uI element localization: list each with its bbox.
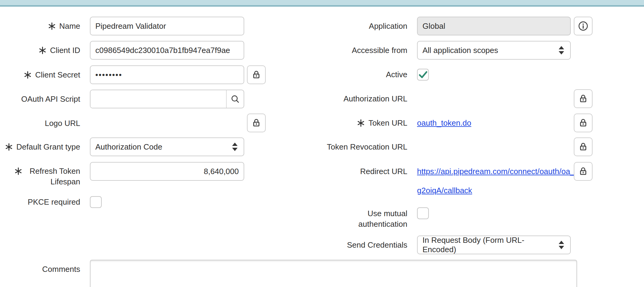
refresh-token-lifespan-label: Refresh Token Lifespan xyxy=(3,162,80,187)
logo-url-label-text: Logo URL xyxy=(45,118,80,129)
lock-icon xyxy=(578,94,588,104)
refresh-token-lifespan-label-text: Refresh Token Lifespan xyxy=(26,166,80,187)
accessible-from-selected-value: All application scopes xyxy=(422,46,498,55)
application-input xyxy=(417,17,571,35)
lock-icon xyxy=(578,118,588,128)
oauth-api-script-field[interactable] xyxy=(90,90,244,108)
accessible-from-select[interactable]: All application scopes xyxy=(417,41,571,60)
name-label-text: Name xyxy=(59,21,80,31)
accessible-from-label-text: Accessible from xyxy=(352,45,408,56)
use-mutual-authentication-checkbox[interactable] xyxy=(417,207,429,219)
comments-textarea[interactable] xyxy=(90,260,577,287)
redirect-url-label-text: Redirect URL xyxy=(360,166,407,177)
token-revocation-url-label-text: Token Revocation URL xyxy=(327,142,407,152)
application-label: Application xyxy=(315,17,407,35)
client-secret-label-text: Client Secret xyxy=(35,70,80,80)
oauth-api-script-input[interactable] xyxy=(90,90,226,108)
application-label-text: Application xyxy=(369,21,407,31)
client-secret-input[interactable] xyxy=(90,65,244,84)
token-revocation-url-lock-button[interactable] xyxy=(574,137,593,156)
required-asterisk-icon xyxy=(38,45,47,56)
comments-label-text: Comments xyxy=(42,264,80,275)
use-mutual-authentication-label: Use mutual authentication xyxy=(315,207,407,229)
authorization-url-label-text: Authorization URL xyxy=(343,94,407,104)
name-label: Name xyxy=(3,17,80,35)
token-url-lock-button[interactable] xyxy=(574,114,593,132)
use-mutual-authentication-label-text: Use mutual authentication xyxy=(347,208,407,229)
redirect-url-label: Redirect URL xyxy=(315,162,407,181)
required-asterisk-icon xyxy=(5,142,13,152)
lock-icon xyxy=(578,142,588,152)
select-arrows-icon xyxy=(559,46,564,54)
oauth-api-script-label: OAuth API Script xyxy=(3,90,80,108)
required-asterisk-icon xyxy=(357,118,365,128)
token-revocation-url-label: Token Revocation URL xyxy=(315,137,407,156)
send-credentials-selected-value: In Request Body (Form URL-Encoded) xyxy=(422,236,553,254)
search-icon xyxy=(230,94,240,104)
section-header-bar xyxy=(0,0,644,7)
active-label-text: Active xyxy=(386,69,407,80)
send-credentials-label-text: Send Credentials xyxy=(347,240,407,250)
redirect-url-line2: g2oiqA/callback xyxy=(417,181,573,200)
send-credentials-label: Send Credentials xyxy=(315,236,407,254)
authorization-url-label: Authorization URL xyxy=(315,89,407,108)
info-icon xyxy=(578,21,589,31)
reference-lookup-button[interactable] xyxy=(226,90,244,108)
lock-icon xyxy=(251,70,261,80)
token-url-label: Token URL xyxy=(315,114,407,132)
redirect-url-line1: https://api.pipedream.com/connect/oauth/… xyxy=(417,162,573,181)
active-checkbox[interactable] xyxy=(417,69,429,81)
token-url-label-text: Token URL xyxy=(368,118,407,128)
client-id-label: Client ID xyxy=(3,41,80,60)
authorization-url-lock-button[interactable] xyxy=(574,89,593,108)
pkce-required-checkbox[interactable] xyxy=(90,196,102,208)
comments-label: Comments xyxy=(3,260,80,279)
select-arrows-icon xyxy=(559,241,564,249)
pkce-required-label-text: PKCE required xyxy=(28,197,80,207)
lock-icon xyxy=(251,118,261,128)
pkce-required-label: PKCE required xyxy=(3,196,80,208)
client-id-input[interactable] xyxy=(90,41,244,60)
name-input[interactable] xyxy=(90,17,244,35)
accessible-from-label: Accessible from xyxy=(315,41,407,60)
required-asterisk-icon xyxy=(24,70,32,80)
redirect-url-value-block: https://api.pipedream.com/connect/oauth/… xyxy=(417,162,573,200)
checkmark-icon xyxy=(418,70,428,80)
lock-icon xyxy=(578,166,588,176)
logo-url-lock-button[interactable] xyxy=(247,114,266,132)
client-id-label-text: Client ID xyxy=(50,45,80,56)
default-grant-type-selected-value: Authorization Code xyxy=(95,142,162,152)
send-credentials-select[interactable]: In Request Body (Form URL-Encoded) xyxy=(417,236,571,254)
refresh-token-lifespan-input[interactable] xyxy=(90,162,244,181)
application-info-button[interactable] xyxy=(574,17,593,35)
select-arrows-icon xyxy=(232,143,238,151)
redirect-url-lock-button[interactable] xyxy=(574,162,593,181)
required-asterisk-icon xyxy=(14,166,22,176)
client-secret-lock-button[interactable] xyxy=(247,65,266,84)
required-asterisk-icon xyxy=(48,21,56,31)
token-url-value-row: oauth_token.do xyxy=(417,114,471,132)
default-grant-type-label: Default Grant type xyxy=(3,137,80,156)
active-label: Active xyxy=(315,69,407,81)
logo-url-label: Logo URL xyxy=(3,114,80,133)
default-grant-type-label-text: Default Grant type xyxy=(16,142,80,152)
client-secret-label: Client Secret xyxy=(3,65,80,84)
default-grant-type-select[interactable]: Authorization Code xyxy=(90,137,244,156)
redirect-url-link[interactable]: https://api.pipedream.com/connect/oauth/… xyxy=(417,162,573,200)
token-url-link[interactable]: oauth_token.do xyxy=(417,118,471,128)
oauth-api-script-label-text: OAuth API Script xyxy=(21,94,80,104)
